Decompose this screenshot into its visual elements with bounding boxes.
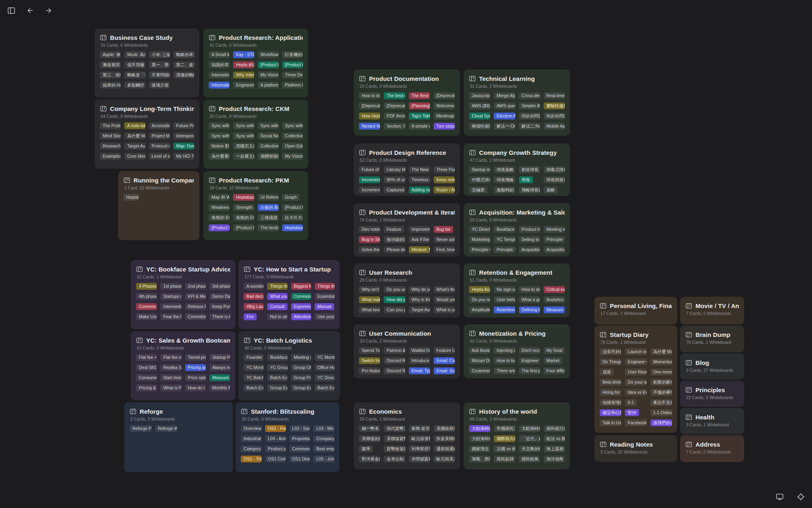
whiteboard-panel-movie-tv-an[interactable]: Movie / TV / An...7 Cards, 0 Whiteboards	[680, 297, 744, 324]
card-chip[interactable]: Merge Algor...	[494, 92, 515, 99]
card-chip[interactable]: Accessibility...	[149, 122, 170, 129]
card-chip[interactable]: Can you giv...	[384, 306, 405, 313]
card-chip[interactable]: 玻璃介面	[149, 82, 170, 89]
card-chip[interactable]: Don't recon...	[519, 347, 540, 354]
whiteboard-panel-business-case-study[interactable]: Business Case Study15 Cards, 6 Whiteboar…	[95, 28, 199, 98]
whiteboard-panel-user-research[interactable]: User Research29 Cards, 0 WhiteboardsWhy …	[354, 263, 460, 317]
whiteboard-title[interactable]: Technical Learning	[479, 75, 535, 82]
card-chip[interactable]: Collective Hi...	[258, 143, 279, 150]
whiteboard-title[interactable]: Product Research: PKM	[219, 177, 289, 184]
card-chip[interactable]: 增長	[519, 176, 533, 183]
card-chip[interactable]: Cross-devic...	[519, 92, 540, 99]
card-chip[interactable]: Replika (W1...	[160, 364, 181, 371]
card-chip[interactable]: Bookface La...	[494, 226, 515, 233]
card-chip[interactable]: Momentum	[650, 358, 672, 365]
card-chip[interactable]: YC Month 1...	[315, 354, 335, 361]
card-chip[interactable]: What makes...	[359, 296, 380, 303]
card-chip[interactable]: My Vision: T...	[258, 72, 279, 78]
whiteboard-title[interactable]: YC: How to Start a Startup	[254, 266, 331, 273]
card-chip[interactable]: PDF Annota...	[384, 113, 405, 119]
card-chip[interactable]: Consumer p...	[136, 374, 157, 381]
card-chip[interactable]: Engineer vs ...	[625, 358, 646, 365]
card-chip[interactable]: 歐元區管制...	[409, 435, 430, 442]
card-chip[interactable]: Pricing advi...	[185, 364, 206, 371]
card-chip[interactable]: 3rd phase - ...	[209, 283, 230, 290]
card-chip[interactable]: 殖民統角	[519, 456, 540, 462]
card-chip[interactable]: Two steps t...	[434, 123, 455, 130]
card-chip[interactable]: 美聯儲的誕...	[359, 435, 380, 442]
card-chip[interactable]: Heptabase ...	[282, 224, 303, 231]
card-chip[interactable]: Reforge Pro...	[130, 425, 151, 432]
card-chip[interactable]: Meeting wit...	[291, 354, 311, 361]
card-chip[interactable]: Manual	[315, 303, 334, 310]
card-chip[interactable]: Protocol of ...	[149, 143, 170, 150]
card-chip[interactable]: Things that ...	[315, 283, 335, 290]
card-chip[interactable]: Use your so...	[315, 313, 335, 320]
whiteboard-panel-product-research-application[interactable]: Product Research: Application ...41 Card…	[203, 28, 308, 98]
card-chip[interactable]: Flat fee only	[160, 354, 181, 361]
card-chip[interactable]: OS2 - Tribe	[241, 456, 261, 462]
card-chip[interactable]: 北極星	[469, 187, 488, 193]
card-chip[interactable]: Talk to User...	[600, 419, 621, 426]
whiteboard-title[interactable]: Running the Company	[134, 177, 194, 184]
whiteboard-title[interactable]: Company Growth Strategy	[479, 149, 557, 156]
card-chip[interactable]: Consult	[267, 303, 287, 310]
whiteboard-title[interactable]: Blog	[695, 359, 709, 366]
card-chip[interactable]: 天主教的時...	[519, 445, 540, 452]
card-chip[interactable]: Keep notes ...	[434, 176, 455, 183]
card-chip[interactable]: 長期的 Etha...	[233, 214, 254, 221]
card-chip[interactable]: 戰略的本質...	[173, 51, 194, 58]
card-chip[interactable]: 大航海時代	[469, 425, 490, 432]
card-chip[interactable]: Literary Mac...	[384, 166, 405, 173]
card-chip[interactable]: Principle Thr...	[494, 246, 515, 253]
card-chip[interactable]: Principle On...	[469, 246, 490, 253]
whiteboard-panel-technical-learning[interactable]: Technical Learning31 Cards, 2 Whiteboard…	[464, 69, 570, 136]
card-chip[interactable]: 增長策略	[494, 166, 515, 173]
card-chip[interactable]: 成長	[600, 369, 614, 376]
whiteboard-panel-stanford-blitzscaling[interactable]: Stanford: Blitzscaling20 Cards, 0 Whiteb…	[235, 402, 339, 472]
card-chip[interactable]: Nested Whit...	[359, 123, 380, 130]
card-chip[interactable]: A Small Mat...	[209, 51, 229, 58]
whiteboard-panel-yc-sales-growth-bootcamp[interactable]: YC: Sales & Growth Bootcamp61 Cards, 0 W…	[131, 331, 235, 400]
card-chip[interactable]: How to buil...	[494, 357, 515, 364]
card-chip[interactable]: Social Note~...	[258, 132, 279, 139]
card-chip[interactable]: Acquisition ...	[544, 246, 565, 253]
card-chip[interactable]: Biggest Mist...	[291, 283, 311, 290]
card-chip[interactable]: 1-1 Onboard...	[650, 409, 672, 416]
whiteboard-title[interactable]: Product Documentation	[369, 75, 439, 82]
card-chip[interactable]: Make Users ...	[136, 313, 157, 320]
card-chip[interactable]: The New M...	[409, 166, 430, 173]
card-chip[interactable]: Level of ana...	[149, 153, 170, 160]
whiteboard-panel-acquisition-marketing-sales[interactable]: Acquisition: Marketing & Sales50 Cards, …	[464, 203, 570, 256]
card-chip[interactable]: 利率那些事...	[409, 445, 430, 452]
card-chip[interactable]: Waitlist Onb...	[409, 347, 430, 354]
card-chip[interactable]: Fear the Rig...	[160, 313, 181, 320]
whiteboard-panel-company-long-term-thinking[interactable]: Company Long-Term Thinking54 Cards, 0 Wh…	[95, 100, 199, 169]
card-chip[interactable]: 低不用懂	[124, 61, 145, 68]
card-chip[interactable]: Adding new ...	[409, 187, 430, 193]
card-chip[interactable]: Do you use ...	[384, 286, 405, 293]
card-chip[interactable]: L04 - Ann M...	[265, 435, 286, 442]
card-chip[interactable]: YC Templat...	[494, 236, 515, 243]
card-chip[interactable]: What a goo...	[519, 296, 540, 303]
card-chip[interactable]: Discord Rea...	[384, 357, 405, 364]
card-chip[interactable]: Meeting wit...	[544, 226, 565, 233]
card-chip[interactable]: Group Offic...	[291, 364, 311, 371]
whiteboard-title[interactable]: Product Research: Application ...	[219, 34, 303, 41]
card-chip[interactable]: 清澈的戰略	[173, 72, 194, 78]
card-chip[interactable]: 黑曜石文獻...	[233, 143, 254, 150]
whiteboard-panel-retention-engagement[interactable]: Retention & Engagement51 Cards, 3 Whiteb…	[464, 263, 570, 317]
whiteboard-title[interactable]: Retention & Engagement	[479, 269, 553, 276]
card-chip[interactable]: My Goal	[544, 347, 565, 354]
card-chip[interactable]: Examples of...	[100, 153, 121, 160]
card-chip[interactable]: YC Month 3 ...	[244, 364, 263, 371]
card-chip[interactable]: Roam / Athe...	[434, 187, 455, 193]
card-chip[interactable]: 增長飛輪	[494, 176, 515, 183]
card-chip[interactable]: Group Previ...	[291, 374, 311, 381]
card-chip[interactable]: Core Ideas ...	[124, 153, 145, 160]
card-chip[interactable]: 匯率	[359, 445, 373, 452]
card-chip[interactable]: 病毒式增長	[544, 166, 565, 173]
whiteboard-title[interactable]: Principles	[695, 386, 725, 393]
whiteboard-title[interactable]: Reforge	[140, 408, 163, 415]
card-chip[interactable]: 大航海時代...	[469, 435, 490, 442]
